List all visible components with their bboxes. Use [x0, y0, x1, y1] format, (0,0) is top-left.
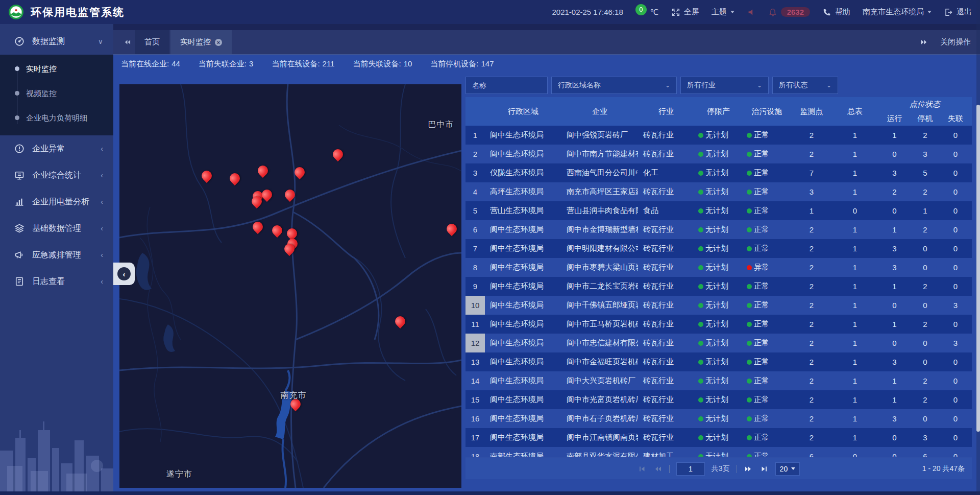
- table-row[interactable]: 11阆中生态环境局阆中市五马桥页岩机砖砖瓦行业无计划正常21120: [465, 315, 972, 334]
- col-total-meter[interactable]: 总表: [832, 97, 878, 126]
- cell-text: 15: [471, 395, 480, 404]
- cell-text: 无计划: [705, 225, 728, 233]
- table-cell: 砖瓦行业: [638, 315, 694, 334]
- table-cell: 阆中市忠信建材有限公: [561, 334, 638, 352]
- table-row[interactable]: 15阆中生态环境局阆中市光富页岩机砖厂砖瓦行业无计划正常21120: [465, 390, 972, 409]
- table-cell: 砖瓦行业: [638, 258, 694, 277]
- col-region[interactable]: 行政区域: [485, 97, 561, 126]
- sidebar-subitem[interactable]: 实时监控: [0, 57, 113, 81]
- status-dot-icon: [698, 152, 703, 157]
- page-scrollbar-thumb[interactable]: [976, 105, 980, 432]
- table-row[interactable]: 6阆中生态环境局阆中市金博瑞新型墙材砖瓦行业无计划正常21120: [465, 220, 972, 239]
- sidebar-subitem[interactable]: 视频监控: [0, 81, 113, 106]
- fullscreen-button[interactable]: 全屏: [671, 7, 699, 17]
- table-row[interactable]: 16阆中生态环境局阆中市石子页岩机砖厂砖瓦行业无计划正常21300: [465, 409, 972, 428]
- first-page-button[interactable]: [638, 465, 647, 473]
- table-row[interactable]: 1阆中生态环境局阆中强锐页岩砖厂砖瓦行业无计划正常21120: [465, 126, 972, 145]
- cell-text: 仪陇生态环境局: [490, 168, 544, 177]
- table-row[interactable]: 17阆中生态环境局阆中市江南镇阆南页岩砖瓦行业无计划正常21030: [465, 428, 972, 447]
- col-production-limit[interactable]: 停限产: [694, 97, 743, 126]
- sidebar-item-2[interactable]: 企业异常‹: [0, 135, 113, 162]
- col-monitor-points[interactable]: 监测点: [791, 97, 832, 126]
- sidebar-item-5[interactable]: 基础数据管理‹: [0, 215, 113, 242]
- cell-text: 2: [810, 358, 814, 366]
- table-row[interactable]: 4高坪生态环境局南充市高坪区王家店建砖瓦行业无计划正常31220: [465, 182, 972, 201]
- table-row[interactable]: 12阆中生态环境局阆中市忠信建材有限公砖瓦行业无计划正常21003: [465, 334, 972, 352]
- page-input[interactable]: [676, 462, 705, 476]
- cell-text: 2: [810, 150, 814, 158]
- table-row[interactable]: 14阆中生态环境局阆中大兴页岩机砖厂砖瓦行业无计划正常21120: [465, 371, 972, 390]
- sidebar-subitem-label: 实时监控: [26, 64, 57, 74]
- stats-bar: 当前在线企业:44当前失联企业:3当前在线设备:211当前失联设备:10当前停机…: [113, 55, 980, 73]
- cell-text: 5: [923, 169, 927, 177]
- logout-label: 退出: [957, 7, 972, 17]
- table-row[interactable]: 13阆中生态环境局阆中市金福旺页岩机砖砖瓦行业无计划正常21300: [465, 352, 972, 371]
- page-size-select[interactable]: 20: [775, 462, 800, 476]
- table-row[interactable]: 9阆中生态环境局阆中市二龙长宝页岩砖砖瓦行业无计划正常21120: [465, 277, 972, 296]
- table-cell: 阆中生态环境局: [485, 296, 561, 315]
- table-row[interactable]: 2阆中生态环境局阆中市南方节能建材有砖瓦行业无计划正常21030: [465, 145, 972, 163]
- col-industry[interactable]: 行业: [638, 97, 694, 126]
- status-dot-icon: [747, 246, 752, 251]
- sidebar-subitem[interactable]: 企业电力负荷明细: [0, 106, 113, 130]
- prev-page-button[interactable]: [653, 465, 663, 473]
- table-cell: 无计划: [694, 145, 743, 163]
- col-stopped[interactable]: 停机: [911, 111, 939, 126]
- close-icon[interactable]: ×: [215, 39, 222, 46]
- sidebar-item-1[interactable]: 数据监测∨: [0, 28, 113, 55]
- tabs-scroll-left-button[interactable]: [119, 30, 135, 54]
- logout-button[interactable]: 退出: [944, 7, 972, 17]
- sidebar-item-6[interactable]: 应急减排管理‹: [0, 242, 113, 268]
- last-page-button[interactable]: [760, 465, 769, 473]
- cell-text: 0: [923, 301, 927, 310]
- cell-text: 阆中市江南镇阆南页岩: [567, 433, 638, 441]
- theme-dropdown[interactable]: 主题: [712, 7, 734, 17]
- table-row[interactable]: 18南部生态环境局南部县双华水泥有限公建材加工无计划正常60060: [465, 447, 972, 457]
- map-panel[interactable]: 巴中市南充市遂宁市: [119, 84, 461, 488]
- cell-text: 1: [853, 131, 857, 139]
- cell-text: 营山生态环境局: [490, 206, 544, 215]
- map-collapse-handle[interactable]: ‹: [113, 263, 135, 285]
- sidebar-item-7[interactable]: 日志查看‹: [0, 268, 113, 295]
- table-cell: 2: [791, 126, 832, 145]
- double-chevron-left-icon: [124, 39, 131, 45]
- sidebar-item-3[interactable]: 企业综合统计‹: [0, 162, 113, 188]
- col-running[interactable]: 运行: [878, 111, 911, 126]
- status-filter-select[interactable]: 所有状态 ⌄: [772, 77, 838, 94]
- cell-text: 阆中市金博瑞新型墙材: [567, 225, 638, 233]
- help-button[interactable]: 帮助: [822, 7, 850, 17]
- sidebar-submenu: 实时监控视频监控企业电力负荷明细: [0, 55, 113, 135]
- col-point-status-group: 点位状态: [878, 97, 972, 111]
- cell-text: 异常: [754, 263, 769, 271]
- table-row[interactable]: 7阆中生态环境局阆中明阳建材有限公司砖瓦行业无计划正常21300: [465, 239, 972, 258]
- industry-filter-select[interactable]: 所有行业 ⌄: [680, 77, 769, 94]
- page-scrollbar[interactable]: [976, 0, 980, 495]
- table-row[interactable]: 5营山生态环境局营山县润丰肉食品有限食品无计划正常10010: [465, 201, 972, 220]
- tab-1[interactable]: 首页: [135, 30, 169, 54]
- next-page-icon: [744, 465, 753, 473]
- pagination-bar: 共3页 20 1 - 20 共47条: [465, 458, 972, 479]
- table-row[interactable]: 3仪陇生态环境局西南油气田分公司川中化工无计划正常71350: [465, 163, 972, 182]
- notifications[interactable]: 2632: [768, 7, 810, 17]
- cell-text: 4: [473, 187, 477, 196]
- page-size-value: 20: [780, 465, 788, 473]
- col-pollution-control[interactable]: 治污设施: [743, 97, 791, 126]
- close-operations[interactable]: 关闭操作: [920, 30, 980, 54]
- table-row[interactable]: 8阆中生态环境局阆中市枣碧大梁山页岩砖瓦行业无计划异常21300: [465, 258, 972, 277]
- org-dropdown[interactable]: 南充市生态环境局: [863, 7, 932, 17]
- status-dot-icon: [747, 379, 752, 384]
- col-disconnected[interactable]: 失联: [939, 111, 972, 126]
- region-filter-select[interactable]: 行政区域名称 ⌄: [551, 77, 677, 94]
- table-cell: 阆中生态环境局: [485, 315, 561, 334]
- cell-text: 0: [953, 320, 958, 328]
- col-company[interactable]: 企业: [561, 97, 638, 126]
- datetime: 2021-02-25 17:46:18: [552, 8, 623, 16]
- tab-2[interactable]: 实时监控×: [170, 30, 232, 54]
- sound-button[interactable]: [747, 8, 756, 17]
- cell-text: 阆中生态环境局: [490, 149, 544, 158]
- cell-text: 1: [923, 206, 927, 215]
- next-page-button[interactable]: [744, 465, 753, 473]
- name-filter-input[interactable]: [465, 77, 548, 94]
- sidebar-item-4[interactable]: 企业用电量分析‹: [0, 188, 113, 215]
- table-row[interactable]: 10阆中生态环境局阆中千佛镇五郎垭页岩砖瓦行业无计划正常21003: [465, 296, 972, 315]
